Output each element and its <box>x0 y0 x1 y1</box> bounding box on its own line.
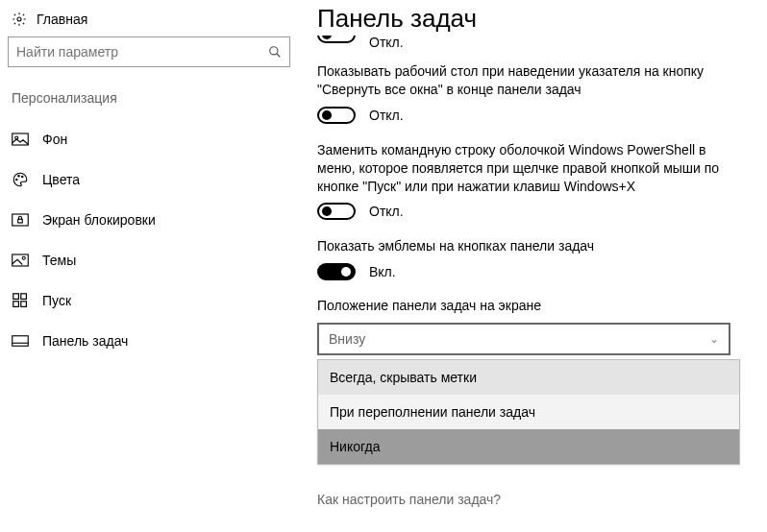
home-link[interactable]: Главная <box>8 10 308 36</box>
sidebar-category: Персонализация <box>8 90 308 119</box>
sidebar-item-lockscreen[interactable]: Экран блокировки <box>8 200 308 240</box>
svg-rect-9 <box>18 219 23 223</box>
combine-buttons-dropdown: Всегда, скрывать метки При переполнении … <box>317 359 740 465</box>
svg-rect-12 <box>13 294 19 300</box>
svg-rect-15 <box>21 302 27 307</box>
svg-rect-13 <box>21 294 27 300</box>
svg-point-1 <box>270 47 278 55</box>
themes-icon <box>12 252 29 269</box>
svg-rect-10 <box>12 254 29 266</box>
svg-point-7 <box>22 176 24 178</box>
toggle-switch[interactable] <box>317 263 356 280</box>
dropdown-option[interactable]: Никогда <box>318 429 739 464</box>
svg-point-6 <box>18 176 20 178</box>
search-input-wrapper[interactable] <box>8 36 290 67</box>
svg-point-0 <box>17 17 21 21</box>
setting-powershell: Заменить командную строку оболочкой Wind… <box>317 141 750 221</box>
select-value: Внизу <box>329 331 365 347</box>
start-icon <box>12 292 29 309</box>
lockscreen-icon <box>12 211 29 229</box>
sidebar-item-background[interactable]: Фон <box>8 119 308 159</box>
svg-rect-16 <box>12 336 29 347</box>
chevron-down-icon: ⌄ <box>709 332 719 346</box>
search-icon <box>268 45 282 59</box>
search-input[interactable] <box>16 44 268 60</box>
sidebar-item-label: Темы <box>42 253 76 268</box>
toggle-state-label: Откл. <box>369 204 404 219</box>
dropdown-option[interactable]: Всегда, скрывать метки <box>318 360 739 395</box>
setting-badges: Показать эмблемы на кнопках панели задач… <box>317 237 750 280</box>
sidebar-item-label: Фон <box>42 132 67 147</box>
page-title: Панель задач <box>317 4 750 34</box>
setting-description: Заменить командную строку оболочкой Wind… <box>317 141 730 196</box>
sidebar-item-taskbar[interactable]: Панель задач <box>8 321 308 361</box>
sidebar-item-label: Экран блокировки <box>42 212 156 228</box>
svg-point-5 <box>16 179 18 181</box>
setting-peek-desktop: Показывать рабочий стол при наведении ук… <box>317 62 750 124</box>
setting-description: Показывать рабочий стол при наведении ук… <box>317 62 730 99</box>
taskbar-icon <box>12 332 29 350</box>
toggle-cutoff: Откл. <box>317 36 750 49</box>
gear-icon <box>12 12 27 27</box>
toggle-state-label: Откл. <box>369 36 404 49</box>
sidebar-item-colors[interactable]: Цвета <box>8 159 308 200</box>
sidebar-item-label: Пуск <box>42 293 71 308</box>
home-label: Главная <box>37 12 87 27</box>
svg-line-2 <box>277 54 281 58</box>
svg-rect-3 <box>12 133 29 145</box>
sidebar-item-themes[interactable]: Темы <box>8 240 308 280</box>
toggle-switch[interactable] <box>317 107 356 124</box>
sidebar: Главная Персонализация Фон Цвета <box>0 0 308 532</box>
svg-point-11 <box>22 256 25 259</box>
taskbar-position-select[interactable]: Внизу ⌄ <box>317 323 730 355</box>
setting-position-label: Положение панели задач на экране <box>317 298 750 313</box>
svg-rect-14 <box>13 302 19 307</box>
sidebar-item-start[interactable]: Пуск <box>8 280 308 321</box>
setting-description: Показать эмблемы на кнопках панели задач <box>317 237 730 255</box>
toggle-switch-cutoff[interactable] <box>317 36 356 43</box>
toggle-state-label: Откл. <box>369 108 404 123</box>
sidebar-item-label: Цвета <box>42 172 80 187</box>
help-link[interactable]: Как настроить панели задач? <box>317 492 501 507</box>
sidebar-item-label: Панель задач <box>42 333 128 349</box>
toggle-state-label: Вкл. <box>369 264 396 279</box>
dropdown-option[interactable]: При переполнении панели задач <box>318 395 739 429</box>
main-content: Панель задач Откл. Показывать рабочий ст… <box>308 0 767 532</box>
toggle-switch[interactable] <box>317 203 356 220</box>
palette-icon <box>12 171 29 188</box>
image-icon <box>12 131 29 148</box>
